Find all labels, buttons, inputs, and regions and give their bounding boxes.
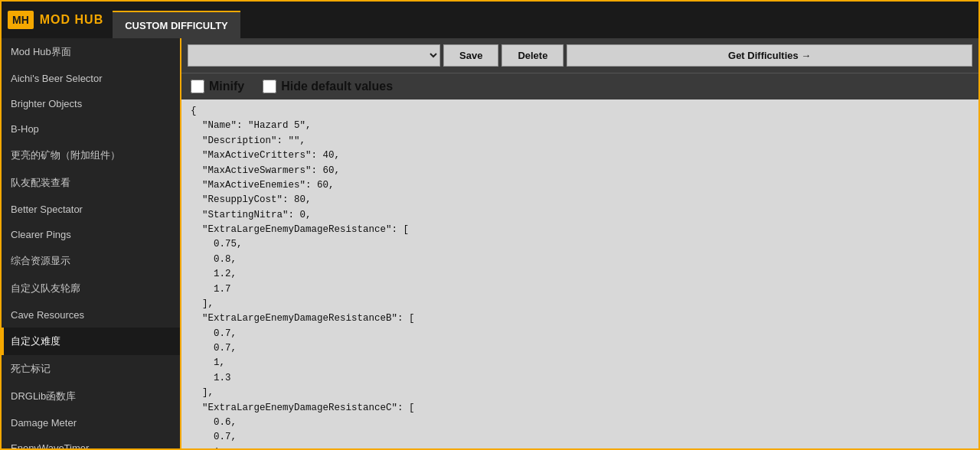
sidebar-item-brighter-minerals[interactable]: 更亮的矿物（附加组件） [2, 142, 180, 169]
app-container: MH MOD HUB CUSTOM DIFFICULTY Mod Hub界面 A… [0, 0, 980, 450]
tab-custom-difficulty[interactable]: CUSTOM DIFFICULTY [113, 11, 240, 38]
sidebar-item-aichis-beer[interactable]: Aichi's Beer Selector [2, 66, 180, 91]
hide-defaults-option[interactable]: Hide default values [263, 80, 393, 93]
json-content: { "Name": "Hazard 5", "Description": "",… [181, 99, 978, 448]
sidebar-item-resource-display[interactable]: 综合资源显示 [2, 247, 180, 275]
minify-checkbox[interactable] [191, 80, 204, 93]
hide-defaults-label: Hide default values [281, 80, 393, 93]
json-editor-area[interactable]: { "Name": "Hazard 5", "Description": "",… [181, 99, 978, 448]
app-title: MOD HUB [40, 13, 103, 27]
delete-button[interactable]: Delete [501, 44, 564, 67]
sidebar-item-drglib[interactable]: DRGLib函数库 [2, 383, 180, 410]
toolbar: Save Delete Get Difficulties → [181, 38, 978, 73]
sidebar-item-enemy-wave-timer[interactable]: EnenyWaveTimer [2, 435, 180, 448]
main-layout: Mod Hub界面 Aichi's Beer Selector Brighter… [2, 38, 978, 448]
sidebar-item-b-hop[interactable]: B-Hop [2, 116, 180, 142]
sidebar-item-better-spectator[interactable]: Better Spectator [2, 197, 180, 222]
sidebar-item-team-loadout[interactable]: 队友配装查看 [2, 169, 180, 197]
save-button[interactable]: Save [443, 44, 498, 67]
get-difficulties-button[interactable]: Get Difficulties → [567, 44, 972, 67]
sidebar-item-damage-meter[interactable]: Damage Meter [2, 410, 180, 435]
difficulty-dropdown[interactable] [188, 44, 440, 67]
content-area: Save Delete Get Difficulties → Minify Hi… [181, 38, 978, 448]
sidebar-item-cave-resources[interactable]: Cave Resources [2, 302, 180, 328]
tab-bar: CUSTOM DIFFICULTY [113, 2, 240, 38]
sidebar-item-brighter-objects[interactable]: Brighter Objects [2, 91, 180, 116]
sidebar: Mod Hub界面 Aichi's Beer Selector Brighter… [2, 38, 181, 448]
logo: MH [8, 11, 34, 29]
top-bar: MH MOD HUB CUSTOM DIFFICULTY [2, 2, 978, 38]
sidebar-item-custom-difficulty[interactable]: 自定义难度 [2, 328, 180, 355]
sidebar-item-mod-hub-ui[interactable]: Mod Hub界面 [2, 38, 180, 66]
options-row: Minify Hide default values [181, 73, 978, 99]
hide-defaults-checkbox[interactable] [263, 80, 276, 93]
sidebar-item-death-marker[interactable]: 死亡标记 [2, 355, 180, 383]
minify-option[interactable]: Minify [191, 80, 244, 93]
minify-label: Minify [209, 80, 244, 93]
sidebar-item-custom-rotation[interactable]: 自定义队友轮廓 [2, 275, 180, 302]
sidebar-item-clearer-pings[interactable]: Clearer Pings [2, 222, 180, 247]
